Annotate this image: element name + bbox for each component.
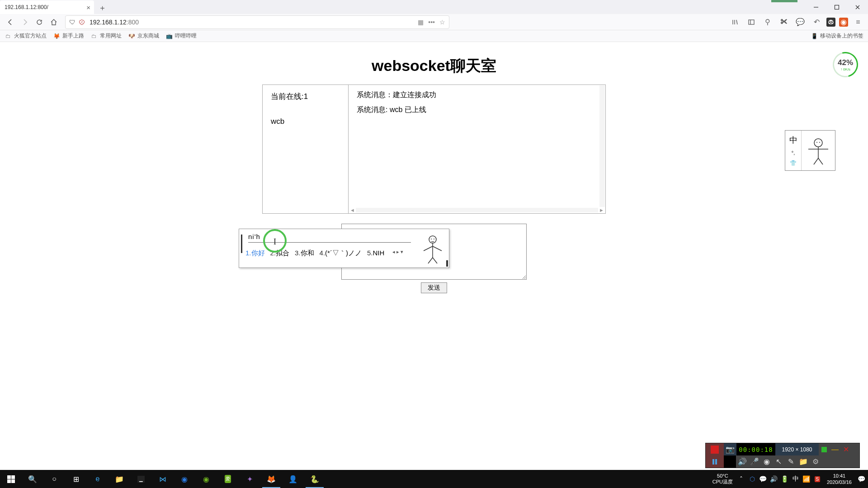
svg-line-14 [433, 246, 442, 251]
forward-button[interactable] [18, 15, 32, 29]
cortana-button[interactable]: ○ [43, 470, 65, 488]
bookmark-item[interactable]: 🐶京东商城 [128, 32, 159, 40]
ext-icon-1[interactable]: ⚲ [761, 16, 774, 28]
firefox-taskbar-icon[interactable]: 🦊 [260, 470, 282, 488]
screen-recorder[interactable]: 📷 00:00:18 868 × 488 — ✕ 🔊 🎤 ◉ ↖ ✎ 📁 ⚙ [705, 443, 860, 468]
terminal-icon[interactable]: ▁ [130, 470, 152, 488]
edge-icon[interactable]: e [87, 470, 108, 488]
window-maximize-button[interactable] [826, 0, 847, 14]
tab-title: 192.168.1.12:800/ [5, 4, 48, 10]
tray-wechat-icon[interactable]: 💬 [758, 470, 768, 488]
app-icon-green[interactable]: ◉ [195, 470, 217, 488]
tray-ime-icon[interactable]: S [812, 470, 822, 488]
ime-status-panel[interactable]: 中 °, 👕 [785, 130, 835, 171]
mobile-bookmarks[interactable]: 📱移动设备上的书签 [811, 32, 863, 40]
ext-icon-5[interactable]: 🐼 [826, 18, 835, 27]
folder-icon[interactable]: 📁 [797, 455, 809, 468]
close-tab-icon[interactable]: × [86, 4, 90, 11]
app-icon-py[interactable]: 🐍 [304, 470, 326, 488]
ext-icon-4[interactable]: ↶ [810, 16, 823, 28]
ime-candidate-3[interactable]: 3.你和 [295, 249, 314, 258]
qr-icon[interactable]: ▦ [418, 19, 424, 26]
notifications-button[interactable]: 💬 [856, 470, 866, 488]
ext-icon-3[interactable]: 💬 [794, 16, 807, 28]
tray-clock[interactable]: 10:412020/03/16 [823, 473, 855, 486]
settings-icon[interactable]: ⚙ [809, 455, 821, 468]
reload-button[interactable] [33, 15, 46, 29]
app-icon-teal[interactable]: 👤 [282, 470, 304, 488]
tray-lang-icon[interactable]: 中 [791, 470, 801, 488]
scrollbar-horizontal[interactable]: ◄► [349, 207, 605, 213]
bookmark-item[interactable]: 🗀火狐官方站点 [5, 32, 47, 40]
cpu-widget[interactable]: 42% ↑ 0K/s [833, 52, 859, 78]
pencil-icon[interactable]: ✎ [785, 455, 797, 468]
bookmark-item[interactable]: 🗀常用网址 [90, 32, 122, 40]
ime-mode[interactable]: 中 [789, 135, 797, 145]
camera-icon[interactable]: 📷 [724, 443, 736, 455]
taskview-button[interactable]: ⊞ [65, 470, 87, 488]
window-close-button[interactable] [847, 0, 868, 14]
bookmark-item[interactable]: 🦊新手上路 [53, 32, 84, 40]
svg-line-13 [424, 246, 433, 251]
ime-candidate-window[interactable]: ni'h 1.你好 2.拟合 3.你和 4.(*´▽｀)ノノ 5.NIH ◂ ▸… [239, 229, 449, 268]
browser-tab[interactable]: 192.168.1.12:800/ × [0, 0, 94, 14]
record-button[interactable] [706, 443, 724, 455]
region-button[interactable] [819, 443, 830, 455]
app-icon-purple[interactable]: ✦ [239, 470, 260, 488]
svg-point-11 [434, 239, 434, 239]
ime-candidate-2[interactable]: 2.拟合 [270, 249, 290, 258]
close-rec-button[interactable]: ✕ [840, 443, 851, 455]
app-icon-green2[interactable]: 爱 [217, 470, 239, 488]
svg-rect-26 [712, 459, 714, 465]
mic-icon[interactable]: 🎤 [748, 455, 760, 468]
online-panel: 当前在线:1 wcb [263, 85, 349, 213]
search-button[interactable]: 🔍 [22, 470, 43, 488]
minimize-rec-button[interactable]: — [830, 443, 840, 455]
start-button[interactable] [0, 470, 22, 488]
ime-candidate-4[interactable]: 4.(*´▽｀)ノノ [320, 249, 362, 258]
page-actions-icon[interactable]: ••• [428, 19, 435, 26]
bookmark-item[interactable]: 📺哔哩哔哩 [165, 32, 197, 40]
address-bar[interactable]: 🛡 ⛒ 192.168.1.12:800 ▦ ••• ☆ [65, 15, 449, 29]
tray-wifi-icon[interactable]: 📶 [802, 470, 811, 488]
ext-icon-2[interactable]: ✀ [778, 16, 790, 28]
insecure-icon[interactable]: ⛒ [79, 18, 86, 26]
new-tab-button[interactable]: ＋ [96, 1, 108, 14]
ime-candidate-1[interactable]: 1.你好 [245, 249, 265, 258]
tray-volume-icon[interactable]: 🔊 [769, 470, 779, 488]
send-button[interactable]: 发送 [421, 282, 447, 293]
audio-icon[interactable]: 🔊 [736, 455, 748, 468]
back-button[interactable] [4, 15, 17, 29]
app-menu-button[interactable]: ≡ [852, 16, 864, 28]
pause-button[interactable] [706, 455, 724, 468]
webcam-toggle[interactable] [724, 455, 736, 468]
ime-punct[interactable]: °, [792, 150, 795, 155]
tray-shield-icon[interactable]: ⬡ [747, 470, 757, 488]
cursor-icon[interactable]: ↖ [773, 455, 785, 468]
ime-page-arrows[interactable]: ◂ ▸ ▾ [392, 249, 403, 258]
record-resolution: 868 × 488 [775, 443, 819, 455]
tab-strip: 192.168.1.12:800/ × ＋ [0, 0, 108, 14]
ime-resize-handle[interactable] [446, 260, 448, 267]
explorer-icon[interactable]: 📁 [108, 470, 130, 488]
bookmark-star-icon[interactable]: ☆ [439, 19, 445, 26]
mobile-icon: 📱 [811, 33, 818, 39]
scrollbar-vertical[interactable] [599, 85, 605, 207]
home-button[interactable] [47, 15, 61, 29]
bookmarks-bar: 🗀火狐官方站点 🦊新手上路 🗀常用网址 🐶京东商城 📺哔哩哔哩 📱移动设备上的书… [0, 30, 868, 42]
ime-candidate-5[interactable]: 5.NIH [367, 249, 384, 258]
vscode-icon[interactable]: ⋈ [152, 470, 174, 488]
ime-mascot-icon [802, 131, 835, 170]
ext-icon-6[interactable]: ◉ [839, 18, 848, 27]
library-icon[interactable] [729, 16, 741, 28]
cpu-temp[interactable]: 50°CCPU温度 [710, 473, 736, 485]
shield-icon[interactable]: 🛡 [69, 19, 75, 26]
ime-skin-icon[interactable]: 👕 [790, 160, 797, 166]
app-icon-blue[interactable]: ◉ [174, 470, 195, 488]
tray-battery-icon[interactable]: 🔋 [780, 470, 790, 488]
sidebar-icon[interactable] [745, 16, 758, 28]
tray-chevron-icon[interactable]: ˄ [736, 470, 746, 488]
webcam-icon[interactable]: ◉ [760, 455, 773, 468]
svg-rect-27 [715, 459, 717, 465]
window-minimize-button[interactable] [806, 0, 826, 14]
